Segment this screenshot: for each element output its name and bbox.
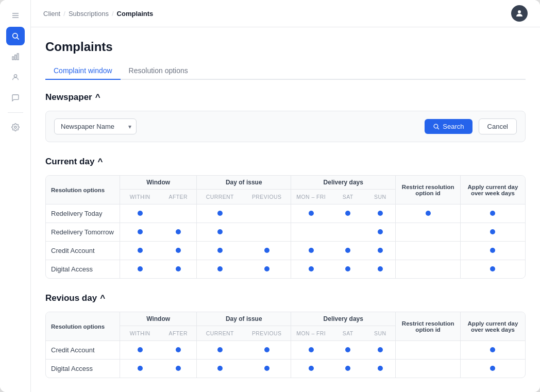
within-cell <box>120 260 160 279</box>
col-after-header: AFTER <box>160 190 197 204</box>
dot-indicator <box>176 229 181 234</box>
newspaper-section-header[interactable]: Newspaper ^ <box>45 92 526 103</box>
newspaper-select[interactable]: Newspaper Name <box>54 118 137 134</box>
previous-day-chevron-icon: ^ <box>100 293 105 303</box>
restrict-cell <box>396 223 461 242</box>
svg-line-4 <box>17 38 19 40</box>
tab-resolution-options[interactable]: Resolution options <box>121 62 196 80</box>
apply-cell <box>460 341 525 360</box>
sidebar-message-icon[interactable] <box>6 89 25 107</box>
breadcrumb: Client / Subscriptions / Complaints <box>43 10 153 18</box>
search-button-label: Search <box>443 123 464 130</box>
col-restrict-header: Restrict resolution option id <box>396 176 461 204</box>
dot-indicator <box>309 211 314 216</box>
within-cell <box>120 223 160 242</box>
svg-point-9 <box>14 126 16 128</box>
dot-indicator <box>378 266 383 271</box>
prev-col-apply-header: Apply current day over week days <box>460 312 525 341</box>
col-delivery-group-header: Delivery days <box>291 176 396 190</box>
sidebar-search-icon[interactable] <box>6 27 25 45</box>
dot-indicator <box>309 248 314 253</box>
sidebar-chart-icon[interactable] <box>6 47 25 66</box>
svg-rect-6 <box>14 55 16 60</box>
dot-indicator <box>217 211 223 216</box>
newspaper-section: Newspaper ^ Newspaper Name ▾ Search <box>45 92 526 142</box>
monfri-cell <box>291 360 331 378</box>
col-sat-header: SAT <box>331 190 365 204</box>
col-doi-group-header: Day of issue <box>197 176 291 190</box>
current-day-chevron-icon: ^ <box>97 157 103 167</box>
sat-cell <box>331 341 365 360</box>
svg-rect-5 <box>12 57 14 60</box>
within-cell <box>120 360 160 378</box>
table-row: Credit Account <box>46 341 525 360</box>
col-within-header: WITHIN <box>120 190 160 204</box>
table-row: Digital Access <box>46 360 525 378</box>
previous-cell <box>243 242 291 260</box>
monfri-cell <box>291 260 331 279</box>
prev-col-window-group-header: Window <box>120 312 196 326</box>
dot-indicator <box>345 266 350 271</box>
dot-indicator <box>217 248 223 253</box>
dot-indicator <box>490 229 495 234</box>
col-sun-header: SUN <box>365 190 396 204</box>
after-cell <box>160 204 197 223</box>
previous-cell <box>243 360 291 378</box>
dot-indicator <box>176 366 181 371</box>
table-row: Redelivery Tomorrow <box>46 223 525 242</box>
page-title: Complaints <box>45 40 526 54</box>
avatar[interactable] <box>511 5 528 22</box>
dot-indicator <box>490 347 495 352</box>
sidebar-divider <box>8 112 23 113</box>
prev-col-sat-header: SAT <box>331 326 365 341</box>
monfri-cell <box>291 341 331 360</box>
breadcrumb-current: Complaints <box>117 10 154 18</box>
dot-indicator <box>138 366 143 371</box>
within-cell <box>120 242 160 260</box>
current-day-header[interactable]: Current day ^ <box>45 157 526 167</box>
dot-indicator <box>378 366 383 371</box>
sidebar-menu-icon[interactable] <box>6 6 25 25</box>
after-cell <box>160 360 197 378</box>
current-day-title: Current day <box>45 157 94 167</box>
sat-cell <box>331 360 365 378</box>
col-previous-header: PREVIOUS <box>243 190 291 204</box>
dot-indicator <box>138 211 143 216</box>
apply-cell <box>460 242 525 260</box>
dot-indicator <box>264 266 269 271</box>
sat-cell <box>331 260 365 279</box>
current-cell <box>197 260 243 279</box>
sidebar-settings-icon[interactable] <box>6 118 25 137</box>
dot-indicator <box>490 366 495 371</box>
dot-indicator <box>138 266 143 271</box>
tab-complaint-window[interactable]: Complaint window <box>45 62 121 80</box>
svg-point-3 <box>12 33 17 38</box>
dot-indicator <box>309 366 314 371</box>
apply-cell <box>460 260 525 279</box>
svg-point-8 <box>14 75 16 77</box>
current-cell <box>197 360 243 378</box>
restrict-cell <box>396 360 461 378</box>
breadcrumb-subscriptions[interactable]: Subscriptions <box>69 10 109 18</box>
previous-day-header[interactable]: Revious day ^ <box>45 293 526 303</box>
dot-indicator <box>378 347 383 352</box>
restrict-cell <box>396 204 461 223</box>
sat-cell <box>331 223 365 242</box>
cancel-button[interactable]: Cancel <box>479 118 517 134</box>
newspaper-chevron-icon: ^ <box>95 92 100 103</box>
svg-point-10 <box>518 10 521 13</box>
option-cell: Credit Account <box>46 242 120 260</box>
sat-cell <box>331 204 365 223</box>
prev-col-doi-group-header: Day of issue <box>197 312 291 326</box>
prev-col-options-header: Resolution options <box>46 312 120 341</box>
breadcrumb-client[interactable]: Client <box>43 10 60 18</box>
dot-indicator <box>264 366 269 371</box>
dot-indicator <box>345 211 350 216</box>
sidebar-user-icon[interactable] <box>6 68 25 87</box>
dot-indicator <box>138 347 143 352</box>
after-cell <box>160 242 197 260</box>
search-button[interactable]: Search <box>425 119 472 134</box>
prev-col-within-header: WITHIN <box>120 326 160 341</box>
current-day-table: Resolution options Window Day of issue D… <box>46 176 525 278</box>
table-row: Digital Access <box>46 260 525 279</box>
